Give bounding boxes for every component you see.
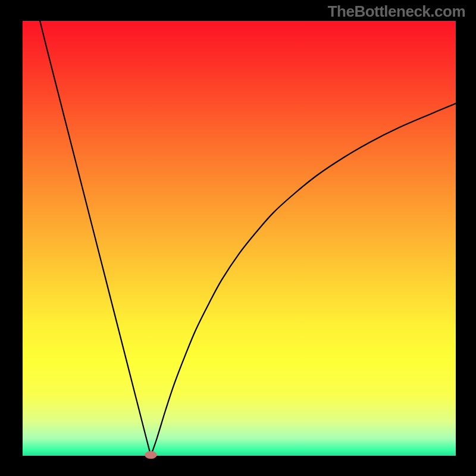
- bottleneck-chart: [0, 0, 476, 476]
- chart-root: TheBottleneck.com: [0, 0, 476, 476]
- minimum-marker: [145, 451, 156, 459]
- gradient-plot-area: [23, 21, 456, 456]
